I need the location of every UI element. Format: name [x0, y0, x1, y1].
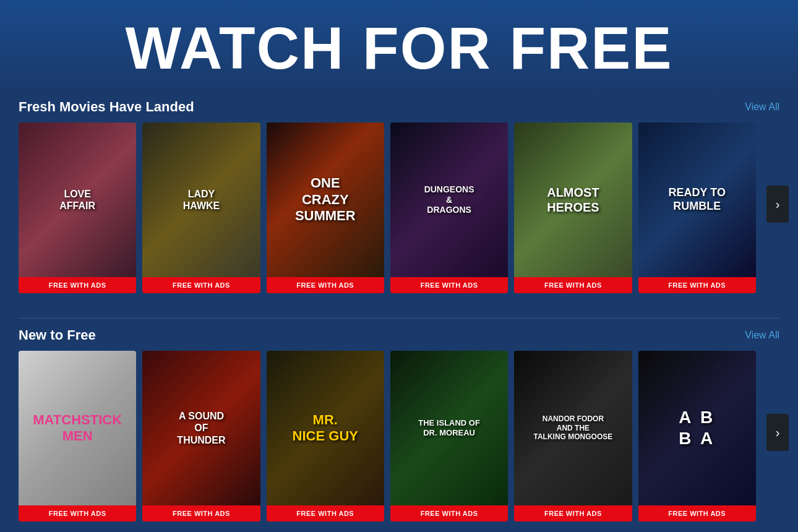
fresh-next-button[interactable]: ›: [766, 186, 789, 223]
movie-label-dungeons: FREE WITH ADS: [390, 277, 508, 293]
movie-poster-sound-thunder: A SOUNDOFTHUNDER: [142, 351, 260, 505]
poster-bg-nandor: NANDOR FODORAND THETALKING MONGOOSE: [514, 351, 632, 505]
hero-section: WATCH FOR FREE: [0, 0, 798, 90]
movie-label-island-moreau: FREE WITH ADS: [390, 505, 508, 521]
poster-title-ladyhawke: LADYHAWKE: [142, 122, 260, 277]
new-to-free-section: New to Free View All MATCHSTICKMEN FREE …: [0, 319, 798, 532]
poster-title-sound-thunder: A SOUNDOFTHUNDER: [142, 351, 260, 505]
poster-bg-island-moreau: THE ISLAND OFDR. MOREAU: [390, 351, 508, 505]
poster-title-almost-heroes: ALMOSTHEROES: [514, 122, 632, 277]
movie-card-ready-rumble[interactable]: READY TORUMBLE FREE WITH ADS: [638, 122, 756, 293]
movie-poster-ladyhawke: LADYHAWKE: [142, 122, 260, 277]
movie-label-almost-heroes: FREE WITH ADS: [514, 277, 632, 293]
movie-label-abba: FREE WITH ADS: [638, 505, 756, 521]
movie-poster-nandor: NANDOR FODORAND THETALKING MONGOOSE: [514, 351, 632, 505]
new-next-button[interactable]: ›: [766, 414, 789, 451]
new-movie-row: MATCHSTICKMEN FREE WITH ADS A SOUNDOFTHU…: [19, 351, 779, 521]
movie-poster-dungeons: DUNGEONS&DRAGONS: [390, 122, 508, 277]
poster-bg-love-affair: LOVEAFFAIR: [19, 122, 136, 277]
hero-title: WATCH FOR FREE: [0, 19, 798, 78]
poster-title-matchstick: MATCHSTICKMEN: [19, 351, 136, 505]
movie-card-ladyhawke[interactable]: LADYHAWKE FREE WITH ADS: [142, 122, 260, 293]
poster-title-dungeons: DUNGEONS&DRAGONS: [390, 122, 508, 277]
movie-card-almost-heroes[interactable]: ALMOSTHEROES FREE WITH ADS: [514, 122, 632, 293]
movie-card-dungeons[interactable]: DUNGEONS&DRAGONS FREE WITH ADS: [390, 122, 508, 293]
poster-bg-abba: A BB A: [638, 351, 756, 505]
poster-bg-matchstick: MATCHSTICKMEN: [19, 351, 136, 505]
fresh-section-header: Fresh Movies Have Landed View All: [19, 90, 779, 122]
movie-label-nandor: FREE WITH ADS: [514, 505, 632, 521]
movie-poster-island-moreau: THE ISLAND OFDR. MOREAU: [390, 351, 508, 505]
movie-card-island-moreau[interactable]: THE ISLAND OFDR. MOREAU FREE WITH ADS: [390, 351, 508, 521]
poster-bg-ready-rumble: READY TORUMBLE: [638, 122, 756, 277]
poster-title-love-affair: LOVEAFFAIR: [19, 122, 136, 277]
new-view-all-link[interactable]: View All: [745, 330, 779, 341]
new-carousel: MATCHSTICKMEN FREE WITH ADS A SOUNDOFTHU…: [19, 351, 779, 521]
movie-label-love-affair: FREE WITH ADS: [19, 277, 136, 293]
movie-poster-one-crazy: ONECRAZYSUMMER: [267, 122, 384, 277]
movie-label-mr-nice-guy: FREE WITH ADS: [267, 505, 384, 521]
poster-title-island-moreau: THE ISLAND OFDR. MOREAU: [390, 351, 508, 505]
poster-title-mr-nice: MR.NICE GUY: [267, 351, 384, 505]
movie-label-matchstick: FREE WITH ADS: [19, 505, 136, 521]
movie-card-matchstick[interactable]: MATCHSTICKMEN FREE WITH ADS: [19, 351, 136, 521]
movie-poster-ready-rumble: READY TORUMBLE: [638, 122, 756, 277]
movie-poster-mr-nice-guy: MR.NICE GUY: [267, 351, 384, 505]
poster-bg-mr-nice: MR.NICE GUY: [267, 351, 384, 505]
poster-title-nandor: NANDOR FODORAND THETALKING MONGOOSE: [514, 351, 632, 505]
movie-card-abba[interactable]: A BB A FREE WITH ADS: [638, 351, 756, 521]
movie-label-one-crazy: FREE WITH ADS: [267, 277, 384, 293]
movie-card-mr-nice-guy[interactable]: MR.NICE GUY FREE WITH ADS: [267, 351, 384, 521]
movie-card-love-affair[interactable]: LOVEAFFAIR FREE WITH ADS: [19, 122, 136, 293]
poster-title-abba: A BB A: [638, 351, 756, 505]
movie-poster-abba: A BB A: [638, 351, 756, 505]
movie-poster-almost-heroes: ALMOSTHEROES: [514, 122, 632, 277]
poster-title-ready-rumble: READY TORUMBLE: [638, 122, 756, 277]
movie-poster-matchstick: MATCHSTICKMEN: [19, 351, 136, 505]
movie-card-one-crazy[interactable]: ONECRAZYSUMMER FREE WITH ADS: [267, 122, 384, 293]
fresh-view-all-link[interactable]: View All: [745, 101, 779, 113]
poster-bg-sound-thunder: A SOUNDOFTHUNDER: [142, 351, 260, 505]
new-section-header: New to Free View All: [19, 319, 779, 351]
fresh-movies-section: Fresh Movies Have Landed View All LOVEAF…: [0, 90, 798, 312]
poster-title-one-crazy: ONECRAZYSUMMER: [267, 122, 384, 277]
poster-bg-one-crazy: ONECRAZYSUMMER: [267, 122, 384, 277]
movie-label-ladyhawke: FREE WITH ADS: [142, 277, 260, 293]
movie-label-sound-thunder: FREE WITH ADS: [142, 505, 260, 521]
new-section-title: New to Free: [19, 327, 96, 343]
poster-bg-ladyhawke: LADYHAWKE: [142, 122, 260, 277]
movie-card-nandor[interactable]: NANDOR FODORAND THETALKING MONGOOSE FREE…: [514, 351, 632, 521]
fresh-movie-row: LOVEAFFAIR FREE WITH ADS LADYHAWKE FREE …: [19, 122, 779, 293]
fresh-section-title: Fresh Movies Have Landed: [19, 99, 194, 115]
fresh-carousel: LOVEAFFAIR FREE WITH ADS LADYHAWKE FREE …: [19, 122, 779, 293]
movie-poster-love-affair: LOVEAFFAIR: [19, 122, 136, 277]
poster-bg-almost-heroes: ALMOSTHEROES: [514, 122, 632, 277]
movie-label-ready-rumble: FREE WITH ADS: [638, 277, 756, 293]
poster-bg-dungeons: DUNGEONS&DRAGONS: [390, 122, 508, 277]
movie-card-sound-thunder[interactable]: A SOUNDOFTHUNDER FREE WITH ADS: [142, 351, 260, 521]
